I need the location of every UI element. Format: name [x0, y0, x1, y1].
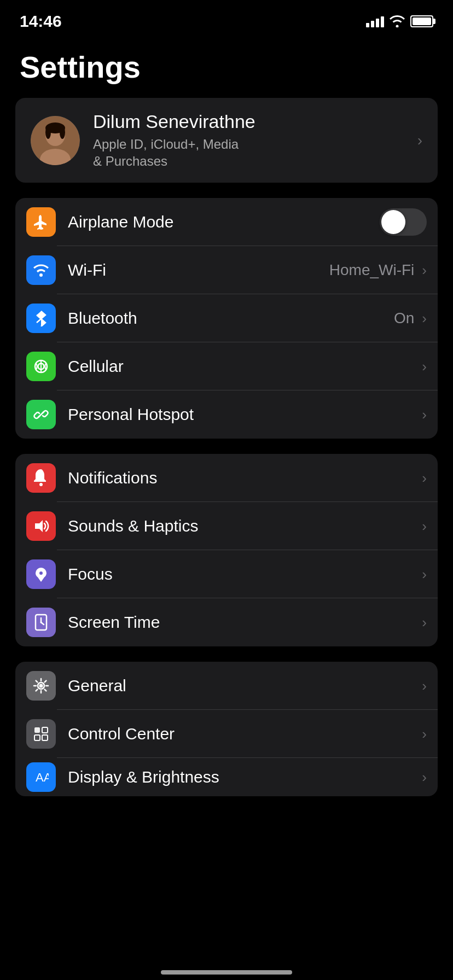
control-center-chevron: ›: [422, 726, 427, 743]
sounds-haptics-label: Sounds & Haptics: [68, 517, 420, 535]
profile-card[interactable]: Dilum Senevirathne Apple ID, iCloud+, Me…: [15, 98, 438, 183]
avatar: [31, 116, 80, 165]
cellular-label: Cellular: [68, 357, 420, 376]
display-brightness-chevron: ›: [422, 769, 427, 786]
focus-row[interactable]: Focus ›: [15, 550, 438, 598]
control-center-row[interactable]: Control Center ›: [15, 710, 438, 758]
screen-time-row[interactable]: Screen Time ›: [15, 598, 438, 646]
notifications-group: Notifications › Sounds & Haptics › Focus…: [15, 454, 438, 646]
wifi-icon: [390, 15, 405, 27]
general-chevron: ›: [422, 678, 427, 695]
svg-point-20: [39, 684, 43, 688]
svg-marker-14: [35, 520, 43, 532]
wifi-row[interactable]: Wi-Fi Home_Wi-Fi ›: [15, 246, 438, 294]
personal-hotspot-row[interactable]: Personal Hotspot ›: [15, 390, 438, 439]
focus-label: Focus: [68, 565, 420, 584]
status-bar: 14:46: [0, 0, 453, 33]
focus-chevron: ›: [422, 566, 427, 583]
bluetooth-icon: [26, 304, 56, 333]
svg-line-8: [37, 319, 41, 323]
profile-name: Dilum Senevirathne: [93, 111, 404, 132]
sounds-haptics-icon: [26, 511, 56, 541]
svg-point-19: [40, 622, 42, 623]
notifications-chevron: ›: [422, 470, 427, 487]
wifi-row-icon: [26, 255, 56, 285]
wifi-chevron: ›: [422, 262, 427, 279]
signal-icon: [366, 15, 384, 27]
wifi-label: Wi-Fi: [68, 261, 329, 279]
battery-icon: [410, 15, 433, 27]
svg-text:AA: AA: [36, 771, 49, 784]
airplane-mode-icon: [26, 207, 56, 237]
bluetooth-label: Bluetooth: [68, 309, 394, 328]
svg-rect-23: [42, 727, 48, 733]
svg-rect-25: [42, 735, 48, 740]
wifi-value: Home_Wi-Fi: [329, 261, 415, 279]
notifications-icon: [26, 463, 56, 493]
profile-info: Dilum Senevirathne Apple ID, iCloud+, Me…: [93, 111, 404, 170]
bluetooth-row[interactable]: Bluetooth On ›: [15, 294, 438, 342]
svg-rect-24: [34, 735, 40, 740]
screen-time-icon: [26, 608, 56, 637]
control-center-label: Control Center: [68, 725, 420, 743]
status-time: 14:46: [20, 12, 62, 31]
profile-subtitle: Apple ID, iCloud+, Media& Purchases: [93, 136, 404, 170]
bluetooth-chevron: ›: [422, 310, 427, 327]
airplane-mode-toggle[interactable]: [380, 208, 427, 236]
airplane-mode-row[interactable]: Airplane Mode: [15, 198, 438, 246]
profile-chevron: ›: [417, 132, 422, 149]
general-icon: [26, 671, 56, 701]
bluetooth-value: On: [394, 310, 414, 327]
page-title: Settings: [0, 33, 453, 98]
control-center-icon: [26, 719, 56, 749]
svg-rect-22: [34, 727, 40, 733]
airplane-mode-label: Airplane Mode: [68, 213, 374, 231]
svg-point-13: [39, 483, 43, 486]
general-row[interactable]: General ›: [15, 662, 438, 710]
svg-point-4: [45, 126, 51, 139]
general-label: General: [68, 676, 420, 695]
notifications-row[interactable]: Notifications ›: [15, 454, 438, 502]
system-group: General › Control Center › AA Display & …: [15, 662, 438, 796]
display-brightness-icon: AA: [26, 762, 56, 792]
status-icons: [366, 15, 433, 27]
home-indicator: [161, 970, 292, 975]
connectivity-group: Airplane Mode Wi-Fi Home_Wi-Fi ›: [15, 198, 438, 439]
personal-hotspot-chevron: ›: [422, 406, 427, 423]
cellular-chevron: ›: [422, 358, 427, 375]
svg-point-5: [60, 126, 65, 139]
cellular-icon: [26, 352, 56, 381]
personal-hotspot-label: Personal Hotspot: [68, 405, 420, 424]
svg-point-15: [39, 571, 43, 575]
focus-icon: [26, 559, 56, 589]
cellular-row[interactable]: Cellular ›: [15, 342, 438, 390]
sounds-haptics-row[interactable]: Sounds & Haptics ›: [15, 502, 438, 550]
sounds-haptics-chevron: ›: [422, 518, 427, 535]
personal-hotspot-icon: [26, 400, 56, 429]
display-brightness-row[interactable]: AA Display & Brightness ›: [15, 758, 438, 796]
screen-time-chevron: ›: [422, 614, 427, 631]
notifications-label: Notifications: [68, 469, 420, 487]
screen-time-label: Screen Time: [68, 613, 420, 632]
svg-point-6: [39, 273, 43, 277]
display-brightness-label: Display & Brightness: [68, 768, 420, 786]
